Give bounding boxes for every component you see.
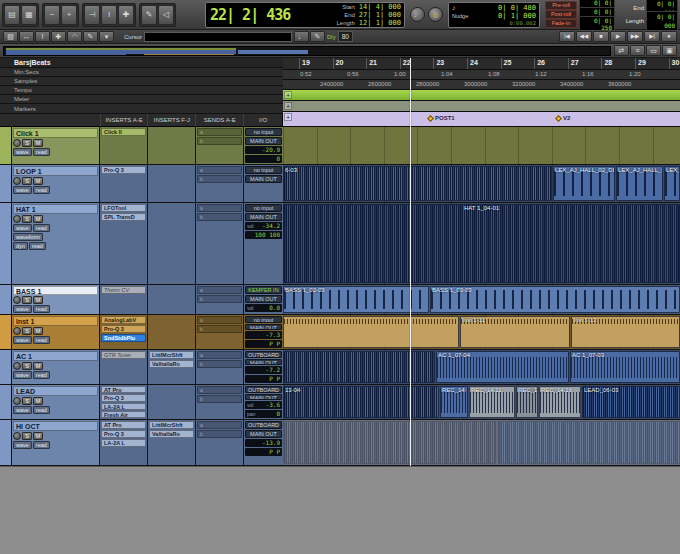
rewind-button[interactable]: ◀◀	[576, 31, 592, 42]
send-slot[interactable]: b	[197, 213, 242, 221]
pre-roll-label[interactable]: Pre-roll	[545, 1, 577, 10]
insert-slot[interactable]: ValhallaRo	[149, 430, 194, 438]
trimmer-tool-button[interactable]: ↔	[19, 31, 34, 42]
send-slot[interactable]: a	[197, 351, 242, 359]
record-arm-button[interactable]	[13, 215, 21, 223]
track-color-tab[interactable]	[0, 165, 12, 202]
track-lane-hat-1[interactable]: HAT 1_04-01	[283, 203, 680, 285]
solo-button[interactable]: S	[22, 327, 32, 335]
track-lane-click-1[interactable]	[283, 127, 680, 165]
volume-pan-display[interactable]: pan0	[245, 410, 282, 418]
track-lane-hi-oct[interactable]	[283, 420, 680, 466]
track-name[interactable]: AC 1	[13, 351, 98, 361]
post-roll-label[interactable]: Post-roll	[545, 10, 577, 19]
send-slot[interactable]: a	[197, 386, 242, 394]
input-path-selector[interactable]: no input	[245, 316, 282, 323]
output-path-selector[interactable]: MAIN OUT	[245, 430, 282, 438]
volume-pan-display[interactable]: vol-34.2	[245, 222, 282, 230]
grabber-tool-button-2[interactable]: ✚	[51, 31, 66, 42]
mute-button[interactable]: M	[33, 296, 43, 304]
track-wave-selector[interactable]: wave	[13, 224, 32, 232]
insert-slot[interactable]: Pro-Q 3	[101, 430, 146, 438]
track-lane-ac-1[interactable]: AC 1_07-04AC 1_07-03	[283, 350, 680, 385]
markers-ruler[interactable]: +POST1V2	[283, 112, 680, 127]
track-lane-lead[interactable]: 13-04REC_14REC_14.11REC_1REC_14.16LEAD_0…	[283, 385, 680, 420]
track-name[interactable]: HAT 1	[13, 204, 98, 214]
insert-slot[interactable]: LA-2A L	[101, 403, 146, 410]
track-read-selector[interactable]: read	[33, 441, 50, 449]
input-path-selector[interactable]: OUTBOARD	[245, 351, 282, 358]
selection-length-value[interactable]: 0| 0| 000	[646, 11, 678, 31]
audio-clip[interactable]: REC_14	[440, 386, 468, 418]
output-path-selector[interactable]: MAIN OUT	[245, 324, 282, 331]
pencil-tool-button-2[interactable]: ✎	[83, 31, 98, 42]
ruler-name-samples[interactable]: Samples	[0, 77, 283, 86]
track-name[interactable]: HI OCT	[13, 421, 98, 431]
scrubber-tool-button[interactable]: ◠	[67, 31, 82, 42]
send-slot[interactable]: b	[197, 175, 242, 183]
add-marker-button[interactable]: +	[284, 113, 292, 121]
track-wave-selector[interactable]: wave	[13, 305, 32, 313]
record-arm-button[interactable]	[13, 296, 21, 304]
ruler-name-bars-beats[interactable]: Bars|Beats	[0, 58, 283, 68]
volume-pan-display[interactable]: 0	[245, 155, 282, 163]
session-tempo-value[interactable]: 80	[338, 31, 353, 42]
smart-tool-button[interactable]: ▾	[99, 31, 114, 42]
timeline-marker[interactable]: POST1	[428, 115, 455, 121]
bars-beats-ruler[interactable]: 192021222324252627282930	[283, 58, 680, 70]
audio-clip[interactable]: 6-03	[283, 166, 552, 201]
solo-button[interactable]: S	[22, 139, 32, 147]
input-path-selector[interactable]: OUTBOARD	[245, 386, 282, 393]
track-lane-inst-1[interactable]: Inst 1-11Inst 1-13	[283, 315, 680, 350]
stop-button[interactable]: ■	[593, 31, 609, 42]
solo-button[interactable]: S	[22, 296, 32, 304]
volume-pan-display[interactable]: -7.2	[245, 366, 282, 374]
counter-field-value[interactable]: 27| 1| 000	[359, 11, 401, 19]
insert-slot[interactable]: Pro-Q 3	[101, 325, 146, 333]
volume-pan-display[interactable]: P P	[245, 375, 282, 383]
send-slot[interactable]: b	[197, 430, 242, 438]
audio-clip[interactable]: BASS 1_02-03	[283, 286, 429, 313]
track-color-tab[interactable]	[0, 127, 12, 164]
track-color-tab[interactable]	[0, 420, 12, 465]
solo-button[interactable]: S	[22, 215, 32, 223]
metronome-button[interactable]: ♩	[410, 7, 425, 22]
min-secs-ruler[interactable]: 0:520:561:001:041:081:121:161:20	[283, 70, 680, 80]
pencil-tool-button[interactable]: ✎	[141, 5, 157, 25]
insert-slot[interactable]: LittlMcrShft	[149, 421, 194, 429]
trim-tool-button[interactable]: ⊣	[84, 5, 100, 25]
volume-pan-display[interactable]: -20.9	[245, 146, 282, 154]
count-off-button[interactable]: ◎	[428, 7, 443, 22]
send-slot[interactable]: a	[197, 286, 242, 294]
insert-slot[interactable]: SndStdbPlu	[101, 334, 146, 342]
audio-clip[interactable]: Inst 1-13	[571, 316, 680, 348]
send-slot[interactable]: b	[197, 325, 242, 333]
input-path-selector[interactable]: no input	[245, 204, 282, 212]
track-read-selector[interactable]: read	[33, 305, 50, 313]
volume-pan-display[interactable]: -13.9	[245, 439, 282, 447]
input-path-selector[interactable]: no input	[245, 128, 282, 136]
mute-button[interactable]: M	[33, 177, 43, 185]
mute-button[interactable]: M	[33, 139, 43, 147]
audio-clip[interactable]: AC 1_07-04	[436, 351, 569, 383]
record-arm-button[interactable]	[13, 432, 21, 440]
track-wave-selector[interactable]: wave	[13, 148, 32, 156]
mute-button[interactable]: M	[33, 362, 43, 370]
ruler-name-meter[interactable]: Meter	[0, 95, 283, 104]
audio-clip[interactable]: Inst 1-11	[460, 316, 570, 348]
add-tempo-button[interactable]: +	[284, 91, 292, 99]
send-slot[interactable]: b	[197, 295, 242, 303]
record-arm-button[interactable]	[13, 397, 21, 405]
volume-pan-display[interactable]: P P	[245, 340, 282, 348]
audio-clip[interactable]: HAT 1_04-01	[283, 204, 680, 283]
audio-clip[interactable]: REC_1	[516, 386, 538, 418]
track-color-tab[interactable]	[0, 203, 12, 284]
universe-overview[interactable]	[3, 46, 611, 56]
samples-ruler[interactable]: 2400000260000028000003000000320000034000…	[283, 80, 680, 90]
track-name[interactable]: Inst 1	[13, 316, 98, 326]
audio-clip[interactable]	[283, 351, 435, 383]
audio-clip[interactable]	[283, 316, 459, 348]
record-arm-button[interactable]	[13, 139, 21, 147]
volume-pan-display[interactable]: P P	[245, 448, 282, 456]
pencil-icon[interactable]: ✎	[310, 31, 325, 42]
